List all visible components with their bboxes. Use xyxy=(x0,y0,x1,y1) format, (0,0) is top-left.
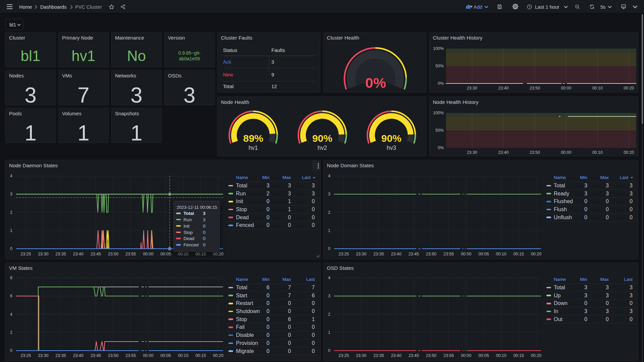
svg-text:00:10: 00:10 xyxy=(178,353,188,358)
svg-text:00:00: 00:00 xyxy=(461,252,471,256)
svg-text:2: 2 xyxy=(10,330,12,335)
svg-text:23:25: 23:25 xyxy=(20,353,31,358)
svg-text:23:35: 23:35 xyxy=(55,353,66,358)
svg-text:23:50: 23:50 xyxy=(530,150,540,155)
svg-text:23:40: 23:40 xyxy=(73,252,83,256)
svg-text:23:40: 23:40 xyxy=(498,150,509,155)
svg-text:23:50: 23:50 xyxy=(108,353,118,358)
svg-text:23:30: 23:30 xyxy=(467,150,477,155)
svg-text:00:10: 00:10 xyxy=(592,150,603,155)
svg-text:1: 1 xyxy=(10,228,12,233)
svg-text:23:30: 23:30 xyxy=(467,86,477,90)
svg-text:23:35: 23:35 xyxy=(373,353,384,358)
svg-text:hv3: hv3 xyxy=(386,144,396,151)
svg-text:23:45: 23:45 xyxy=(408,353,419,358)
svg-text:1: 1 xyxy=(328,330,330,335)
svg-text:8: 8 xyxy=(10,276,12,280)
svg-text:50%: 50% xyxy=(435,128,444,132)
svg-text:0: 0 xyxy=(328,246,330,251)
svg-text:6: 6 xyxy=(10,294,12,298)
svg-text:23:55: 23:55 xyxy=(125,353,136,358)
svg-text:50%: 50% xyxy=(435,64,444,68)
svg-text:00:00: 00:00 xyxy=(561,150,572,155)
svg-text:00:20: 00:20 xyxy=(531,252,541,256)
svg-text:00:20: 00:20 xyxy=(624,86,634,90)
svg-text:00:15: 00:15 xyxy=(196,252,206,256)
svg-text:0%: 0% xyxy=(365,75,386,91)
svg-text:3: 3 xyxy=(10,192,12,196)
svg-text:23:25: 23:25 xyxy=(338,252,348,256)
svg-text:23:55: 23:55 xyxy=(443,252,453,256)
svg-text:0: 0 xyxy=(328,348,330,353)
svg-text:00:20: 00:20 xyxy=(213,353,223,358)
svg-text:4: 4 xyxy=(10,174,12,178)
svg-text:4: 4 xyxy=(328,276,330,280)
svg-text:00:10: 00:10 xyxy=(592,86,603,90)
svg-text:4: 4 xyxy=(10,312,12,317)
svg-text:23:30: 23:30 xyxy=(38,252,48,256)
svg-text:0%: 0% xyxy=(438,145,444,150)
svg-text:90%: 90% xyxy=(381,132,401,143)
svg-text:23:40: 23:40 xyxy=(73,353,83,358)
svg-text:00:00: 00:00 xyxy=(461,353,471,358)
svg-text:23:30: 23:30 xyxy=(356,353,366,358)
svg-text:23:25: 23:25 xyxy=(338,353,348,358)
svg-text:23:50: 23:50 xyxy=(108,252,118,256)
svg-text:23:40: 23:40 xyxy=(391,353,401,358)
svg-text:23:55: 23:55 xyxy=(125,252,136,256)
svg-text:hv1: hv1 xyxy=(249,144,258,151)
svg-text:23:40: 23:40 xyxy=(498,86,509,90)
svg-text:23:50: 23:50 xyxy=(426,252,436,256)
svg-text:2: 2 xyxy=(328,312,330,317)
svg-text:00:15: 00:15 xyxy=(513,353,524,358)
svg-text:00:05: 00:05 xyxy=(478,353,489,358)
svg-text:23:40: 23:40 xyxy=(391,252,401,256)
svg-text:00:20: 00:20 xyxy=(531,353,541,358)
svg-text:00:05: 00:05 xyxy=(160,252,171,256)
svg-text:hv2: hv2 xyxy=(317,144,327,151)
svg-text:23:45: 23:45 xyxy=(91,252,101,256)
svg-text:0%: 0% xyxy=(438,81,444,86)
svg-text:00:00: 00:00 xyxy=(143,353,153,358)
svg-text:0: 0 xyxy=(10,348,12,353)
svg-text:0: 0 xyxy=(10,246,12,251)
svg-text:23:30: 23:30 xyxy=(38,353,48,358)
svg-text:23:25: 23:25 xyxy=(20,252,31,256)
svg-text:100%: 100% xyxy=(433,46,444,51)
svg-text:4: 4 xyxy=(328,174,330,178)
svg-text:100%: 100% xyxy=(433,111,444,115)
svg-text:23:50: 23:50 xyxy=(530,86,540,90)
svg-text:00:05: 00:05 xyxy=(160,353,171,358)
svg-text:00:00: 00:00 xyxy=(561,86,572,90)
svg-text:2: 2 xyxy=(10,210,12,215)
svg-text:23:50: 23:50 xyxy=(426,353,436,358)
svg-text:00:10: 00:10 xyxy=(496,252,506,256)
svg-text:23:30: 23:30 xyxy=(356,252,366,256)
svg-text:23:55: 23:55 xyxy=(443,353,453,358)
svg-text:23:35: 23:35 xyxy=(373,252,384,256)
svg-text:00:20: 00:20 xyxy=(624,150,634,155)
svg-text:00:15: 00:15 xyxy=(196,353,206,358)
svg-text:90%: 90% xyxy=(312,132,332,143)
svg-text:00:20: 00:20 xyxy=(213,252,223,256)
svg-text:1: 1 xyxy=(328,228,330,233)
svg-text:00:00: 00:00 xyxy=(143,252,153,256)
svg-text:00:05: 00:05 xyxy=(478,252,489,256)
svg-text:23:45: 23:45 xyxy=(91,353,101,358)
svg-text:23:35: 23:35 xyxy=(55,252,66,256)
svg-text:2: 2 xyxy=(328,210,330,215)
svg-text:00:15: 00:15 xyxy=(513,252,524,256)
svg-text:3: 3 xyxy=(328,294,330,298)
svg-text:00:10: 00:10 xyxy=(496,353,506,358)
svg-text:3: 3 xyxy=(328,192,330,196)
svg-text:23:45: 23:45 xyxy=(408,252,419,256)
svg-text:00:10: 00:10 xyxy=(178,252,188,256)
svg-text:89%: 89% xyxy=(243,132,263,143)
